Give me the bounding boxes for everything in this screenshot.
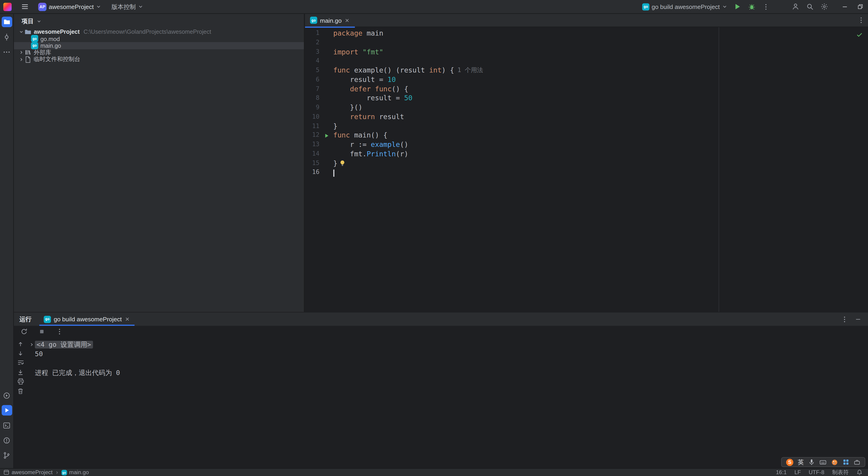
code-line-7[interactable]: 7 defer func() { (305, 85, 868, 94)
line-separator[interactable]: LF (795, 469, 801, 476)
run-line-icon[interactable] (319, 131, 333, 140)
code-token: func (333, 131, 350, 140)
code-line-2[interactable]: 2 (305, 38, 868, 47)
tool-terminal-icon[interactable] (1, 420, 12, 430)
file-encoding[interactable]: UTF-8 (809, 469, 824, 476)
code-line-11[interactable]: 11} (305, 122, 868, 131)
code-line-1[interactable]: 1package main (305, 29, 868, 38)
tree-item-外部库[interactable]: 外部库 (14, 49, 304, 56)
window-minimize-button[interactable] (837, 0, 852, 13)
prev-occurrence-icon[interactable] (17, 340, 24, 347)
tool-services-icon[interactable] (1, 390, 12, 401)
run-button[interactable] (730, 0, 745, 13)
breadcrumb-file[interactable]: main.go (69, 469, 89, 476)
gutter-space (319, 112, 333, 121)
code-line-15[interactable]: 15} (305, 159, 868, 168)
code-line-12[interactable]: 12func main() { (305, 131, 868, 140)
intention-bulb-icon[interactable] (339, 160, 345, 167)
code-token: }() (333, 103, 362, 112)
search-everywhere-icon[interactable] (803, 0, 817, 13)
code-line-9[interactable]: 9 }() (305, 103, 868, 112)
code-line-10[interactable]: 10 return result (305, 112, 868, 121)
vcs-widget[interactable]: 版本控制 (109, 0, 146, 13)
sogou-logo-icon[interactable]: S (786, 458, 793, 466)
code-line-4[interactable]: 4 (305, 57, 868, 66)
tool-git-icon[interactable] (1, 450, 12, 460)
right-margin-guide (719, 27, 719, 312)
microphone-icon[interactable] (808, 459, 815, 466)
chevron-right-icon[interactable] (18, 50, 24, 55)
console-output[interactable]: <4 go 设置调用>50进程 已完成，退出代码为 0 (27, 337, 868, 468)
print-icon[interactable] (17, 378, 24, 385)
notifications-bell-icon[interactable] (857, 469, 863, 476)
skin-palette-icon[interactable] (831, 458, 838, 466)
code-token (333, 85, 350, 94)
inspections-ok-icon[interactable] (856, 31, 863, 38)
window-restore-button[interactable] (852, 0, 868, 13)
project-selector[interactable]: AP awesomeProject (35, 0, 104, 13)
chevron-down-icon[interactable] (18, 29, 24, 34)
keyboard-icon[interactable] (819, 458, 827, 466)
code-line-14[interactable]: 14 fmt.Println(r) (305, 149, 868, 158)
console-line[interactable] (29, 359, 868, 368)
code-token: fmt. (333, 149, 367, 158)
main-menu-icon[interactable] (18, 0, 32, 13)
code-editor[interactable]: 1package main23import "fmt"45func exampl… (305, 27, 868, 312)
settings-gear-icon[interactable] (817, 0, 832, 13)
rerun-button[interactable] (17, 324, 31, 338)
clear-all-icon[interactable] (17, 387, 24, 394)
goland-logo-icon[interactable] (3, 2, 11, 11)
run-config-label: go build awesomeProject (652, 3, 720, 10)
close-tab-icon[interactable] (125, 316, 130, 322)
breadcrumb[interactable]: awesomeProject go main.go (3, 469, 89, 476)
console-line[interactable]: 进程 已完成，退出代码为 0 (29, 368, 868, 378)
console-line[interactable]: 50 (29, 350, 868, 359)
code-line-5[interactable]: 5func example() (result int) {1 个用法 (305, 66, 868, 75)
scroll-to-end-icon[interactable] (17, 368, 24, 376)
chevron-down-icon[interactable] (36, 19, 41, 24)
console-more-icon[interactable] (53, 324, 66, 338)
fold-chevron-icon[interactable] (29, 343, 34, 347)
code-line-8[interactable]: 8 result = 50 (305, 94, 868, 103)
tree-item-awesomeProject[interactable]: awesomeProjectC:\Users\meowr\GolandProje… (14, 28, 304, 35)
tool-commit-icon[interactable] (1, 32, 12, 42)
tool-run-icon[interactable] (1, 405, 12, 416)
next-occurrence-icon[interactable] (17, 350, 24, 357)
user-account-icon[interactable] (788, 0, 803, 13)
code-line-13[interactable]: 13 r := example() (305, 140, 868, 149)
ime-language-toggle[interactable]: 英 (798, 458, 804, 466)
code-token: func (375, 85, 392, 94)
soft-wrap-icon[interactable] (17, 359, 24, 366)
run-config-selector[interactable]: go go build awesomeProject (640, 0, 731, 13)
code-line-3[interactable]: 3import "fmt" (305, 47, 868, 56)
debug-button[interactable] (745, 0, 759, 13)
tab-main-go[interactable]: go main.go (305, 13, 355, 27)
code-line-16[interactable]: 16 (305, 168, 868, 177)
tree-item-go.mod[interactable]: gogo.mod (14, 35, 304, 42)
caret-position[interactable]: 16:1 (776, 469, 786, 476)
wrench-settings-icon[interactable] (854, 459, 861, 466)
stop-button[interactable] (35, 324, 49, 338)
line-number: 15 (305, 159, 319, 168)
code-token: defer (350, 85, 371, 94)
console-line[interactable]: <4 go 设置调用> (29, 340, 868, 350)
code-line-6[interactable]: 6 result = 10 (305, 75, 868, 85)
tab-options-icon[interactable] (854, 13, 868, 27)
breadcrumb-project[interactable]: awesomeProject (12, 469, 53, 476)
chevron-right-icon[interactable] (18, 57, 24, 62)
tool-problems-icon[interactable] (1, 435, 12, 445)
more-actions-icon[interactable] (759, 0, 773, 13)
close-tab-icon[interactable] (344, 18, 350, 23)
tool-project-icon[interactable] (1, 17, 12, 27)
tree-item-临时文件和控制台[interactable]: 临时文件和控制台 (14, 56, 304, 63)
more-tool-windows-icon[interactable] (1, 47, 12, 57)
run-panel-options-icon[interactable] (838, 312, 851, 326)
hide-panel-icon[interactable] (851, 312, 865, 326)
status-bar: awesomeProject go main.go 16:1 LF UTF-8 … (0, 468, 868, 476)
project-panel-header[interactable]: 项目 (14, 14, 304, 28)
tab-run-config[interactable]: go go build awesomeProject (39, 313, 134, 326)
indent-style[interactable]: 制表符 (832, 469, 848, 476)
tree-item-main.go[interactable]: gomain.go (14, 42, 304, 49)
toolbox-grid-icon[interactable] (842, 459, 849, 466)
code-token: "fmt" (362, 47, 383, 56)
